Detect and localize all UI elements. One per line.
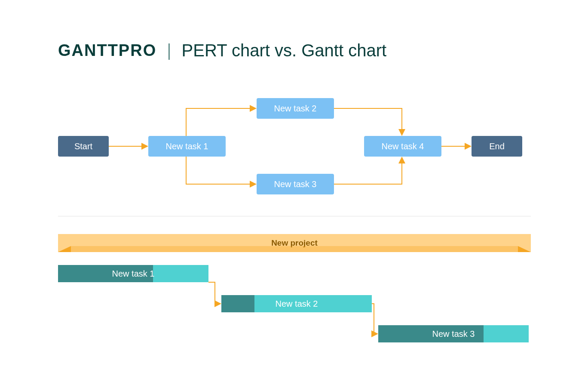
gantt-bar-2: New task 2 xyxy=(221,295,372,312)
gantt-bar-1: New task 1 xyxy=(58,265,208,282)
header: GANTTPRO | PERT chart vs. Gantt chart xyxy=(58,41,386,60)
gantt-bar-1-label: New task 1 xyxy=(58,269,208,279)
page-title: PERT chart vs. Gantt chart xyxy=(182,41,386,60)
gantt-body: New task 1 New task 2 New task 3 xyxy=(58,265,531,355)
pert-node-start: Start xyxy=(58,136,109,157)
gantt-project-bar: New project xyxy=(58,234,531,252)
pert-node-end: End xyxy=(472,136,522,157)
pert-node-task4: New task 4 xyxy=(364,136,441,157)
section-divider xyxy=(58,216,531,216)
gantt-bar-2-label: New task 2 xyxy=(221,299,372,309)
pert-node-task1: New task 1 xyxy=(148,136,226,157)
logo: GANTTPRO xyxy=(58,41,156,60)
pert-chart: Start New task 1 New task 2 New task 3 N… xyxy=(58,90,531,202)
gantt-chart: New project New task 1 New task 2 xyxy=(58,234,531,355)
gantt-project-inner xyxy=(71,246,518,252)
header-divider: | xyxy=(167,41,171,60)
gantt-bar-3-label: New task 3 xyxy=(378,329,529,339)
gantt-bar-3: New task 3 xyxy=(378,325,529,342)
pert-node-task3: New task 3 xyxy=(257,174,334,194)
pert-node-task2: New task 2 xyxy=(257,98,334,119)
